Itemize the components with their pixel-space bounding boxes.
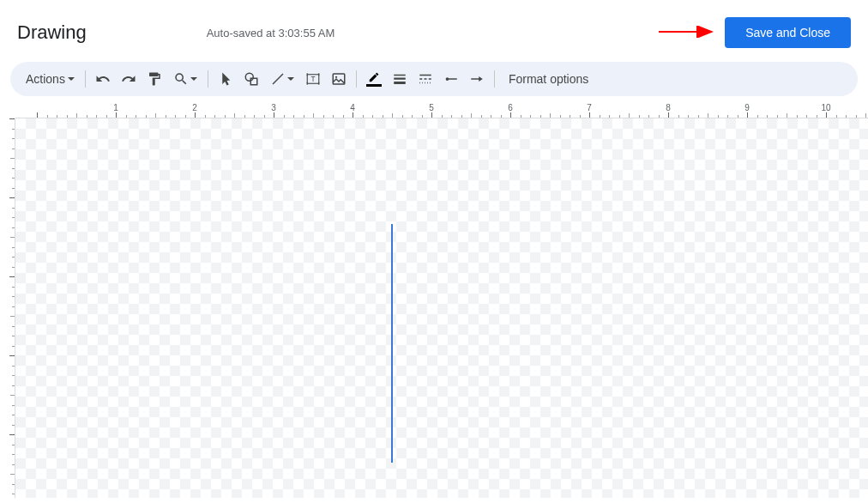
zoom-icon xyxy=(173,71,189,87)
text-box-icon: T xyxy=(305,71,321,87)
undo-icon xyxy=(95,71,111,87)
line-dash-icon xyxy=(418,71,433,87)
border-color-tool[interactable] xyxy=(362,67,386,91)
svg-point-12 xyxy=(335,76,337,78)
shape-tool[interactable] xyxy=(239,67,263,91)
autosave-status: Auto-saved at 3:03:55 AM xyxy=(207,27,335,39)
zoom-menu[interactable] xyxy=(168,67,202,91)
svg-rect-15 xyxy=(394,82,406,84)
dialog-title: Drawing xyxy=(17,21,87,44)
toolbar: Actions T xyxy=(10,62,858,96)
svg-point-19 xyxy=(446,77,449,81)
caret-down-icon xyxy=(190,77,197,81)
image-tool[interactable] xyxy=(327,67,351,91)
line-end-tool[interactable] xyxy=(465,67,489,91)
horizontal-ruler: 12345678910 xyxy=(15,103,868,118)
svg-rect-14 xyxy=(394,78,406,80)
svg-line-4 xyxy=(273,74,283,84)
image-icon xyxy=(331,71,347,87)
caret-down-icon xyxy=(68,77,75,81)
actions-menu[interactable]: Actions xyxy=(21,69,80,89)
separator xyxy=(208,70,208,88)
separator xyxy=(356,70,357,88)
separator xyxy=(85,70,86,88)
undo-button[interactable] xyxy=(91,67,115,91)
pen-icon xyxy=(367,71,381,83)
line-icon xyxy=(270,71,286,87)
drawing-canvas[interactable] xyxy=(15,118,868,498)
paint-roller-icon xyxy=(147,71,162,87)
text-box-tool[interactable]: T xyxy=(301,67,325,91)
line-end-icon xyxy=(469,71,485,87)
cursor-icon xyxy=(218,71,233,87)
color-swatch xyxy=(366,84,382,87)
line-start-icon xyxy=(443,71,459,87)
svg-rect-3 xyxy=(250,78,257,85)
vertical-ruler xyxy=(0,118,15,498)
drawn-vertical-line[interactable] xyxy=(391,224,393,463)
border-dash-tool[interactable] xyxy=(413,67,437,91)
svg-rect-13 xyxy=(394,75,406,76)
actions-label: Actions xyxy=(26,72,65,86)
paint-format-button[interactable] xyxy=(142,67,166,91)
redo-icon xyxy=(121,71,136,87)
save-and-close-button[interactable]: Save and Close xyxy=(725,17,851,48)
svg-point-2 xyxy=(245,73,253,81)
shapes-icon xyxy=(244,71,259,87)
line-start-tool[interactable] xyxy=(439,67,463,91)
line-weight-icon xyxy=(392,71,407,87)
separator xyxy=(494,70,495,88)
border-weight-tool[interactable] xyxy=(388,67,412,91)
redo-button[interactable] xyxy=(117,67,141,91)
line-tool[interactable] xyxy=(265,67,299,91)
svg-text:T: T xyxy=(310,76,315,83)
format-options-button[interactable]: Format options xyxy=(500,69,597,89)
select-tool[interactable] xyxy=(214,67,238,91)
caret-down-icon xyxy=(287,77,294,81)
